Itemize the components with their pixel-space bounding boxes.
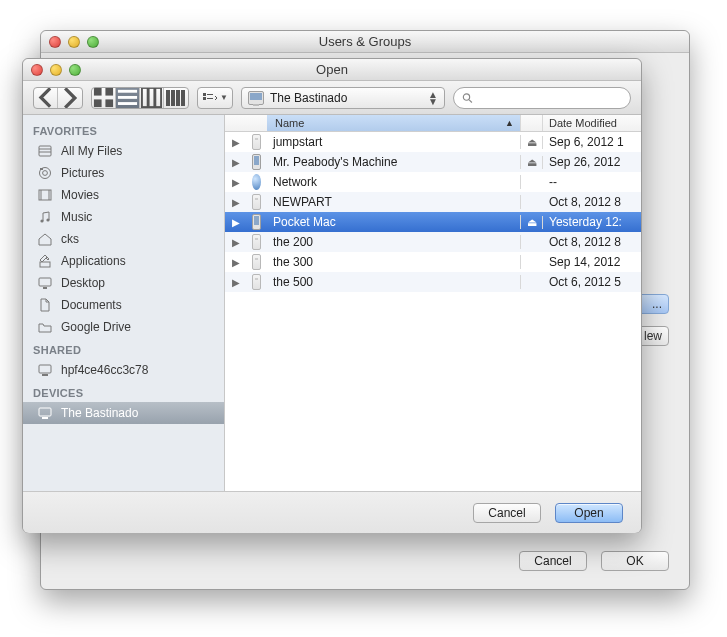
- users-groups-ok-button[interactable]: OK: [601, 551, 669, 571]
- file-name: Network: [267, 175, 521, 189]
- file-row[interactable]: ▶Network--: [225, 172, 641, 192]
- svg-rect-0: [94, 88, 102, 96]
- minimize-icon[interactable]: [50, 64, 62, 76]
- file-name: Mr. Peabody's Machine: [267, 155, 521, 169]
- open-dialog-footer: Cancel Open: [23, 491, 641, 533]
- movies-icon: [37, 187, 53, 203]
- zoom-icon[interactable]: [69, 64, 81, 76]
- column-date-label: Date Modified: [549, 117, 617, 129]
- sidebar-item-applications[interactable]: Applications: [23, 250, 224, 272]
- column-date-header[interactable]: Date Modified: [543, 115, 641, 131]
- sidebar-item-label: Movies: [61, 188, 99, 202]
- location-label: The Bastinado: [270, 91, 347, 105]
- file-icon: [246, 174, 267, 190]
- file-name: NEWPART: [267, 195, 521, 209]
- all-icon: [37, 143, 53, 159]
- svg-rect-12: [176, 90, 180, 106]
- traffic-lights: [31, 64, 81, 76]
- sidebar-item-music[interactable]: Music: [23, 206, 224, 228]
- sidebar-item-all-my-files[interactable]: All My Files: [23, 140, 224, 162]
- arrange-segment: ▼: [197, 87, 233, 109]
- sidebar-item-label: Music: [61, 210, 92, 224]
- sidebar-item-label: Desktop: [61, 276, 105, 290]
- file-icon: [246, 234, 267, 250]
- view-icons-button[interactable]: [92, 88, 116, 108]
- view-columns-button[interactable]: [140, 88, 164, 108]
- open-toolbar: ▼ The Bastinado ▲▼: [23, 81, 641, 115]
- disclosure-triangle-icon[interactable]: ▶: [225, 257, 246, 268]
- svg-rect-2: [94, 99, 102, 107]
- disclosure-triangle-icon[interactable]: ▶: [225, 217, 246, 228]
- file-name: jumpstart: [267, 135, 521, 149]
- file-list: Name ▲ Date Modified ▶jumpstart⏏Sep 6, 2…: [225, 115, 641, 491]
- disclosure-triangle-icon[interactable]: ▶: [225, 277, 246, 288]
- search-field[interactable]: [453, 87, 631, 109]
- users-groups-cancel-button[interactable]: Cancel: [519, 551, 587, 571]
- file-date: Yesterday 12:: [543, 215, 641, 229]
- file-icon: [246, 214, 267, 230]
- sidebar-item-desktop[interactable]: Desktop: [23, 272, 224, 294]
- list-header: Name ▲ Date Modified: [225, 115, 641, 132]
- column-expand[interactable]: [225, 115, 246, 131]
- sidebar-item-movies[interactable]: Movies: [23, 184, 224, 206]
- sidebar-item-cks[interactable]: cks: [23, 228, 224, 250]
- view-coverflow-button[interactable]: [164, 88, 188, 108]
- sidebar-item-the-bastinado[interactable]: The Bastinado: [23, 402, 224, 424]
- column-name-header[interactable]: Name ▲: [267, 115, 521, 131]
- arrange-button[interactable]: ▼: [198, 88, 232, 108]
- disclosure-triangle-icon[interactable]: ▶: [225, 137, 246, 148]
- svg-rect-9: [155, 88, 161, 107]
- file-date: Sep 14, 2012: [543, 255, 641, 269]
- view-segment: [91, 87, 189, 109]
- column-icon: [246, 115, 267, 131]
- svg-rect-17: [207, 98, 213, 99]
- file-name: Pocket Mac: [267, 215, 521, 229]
- sidebar-item-label: Applications: [61, 254, 126, 268]
- sidebar-item-google-drive[interactable]: Google Drive: [23, 316, 224, 338]
- sidebar-heading-favorites: FAVORITES: [23, 119, 224, 140]
- search-input[interactable]: [478, 90, 622, 106]
- eject-icon[interactable]: ⏏: [521, 136, 543, 149]
- cancel-button[interactable]: Cancel: [473, 503, 541, 523]
- file-row[interactable]: ▶the 500Oct 6, 2012 5: [225, 272, 641, 292]
- file-name: the 500: [267, 275, 521, 289]
- close-icon[interactable]: [31, 64, 43, 76]
- sidebar-item-documents[interactable]: Documents: [23, 294, 224, 316]
- monitor-icon: [37, 362, 53, 378]
- svg-rect-7: [142, 88, 148, 107]
- zoom-icon[interactable]: [87, 36, 99, 48]
- file-row[interactable]: ▶jumpstart⏏Sep 6, 2012 1: [225, 132, 641, 152]
- open-dialog-titlebar[interactable]: Open: [23, 59, 641, 81]
- svg-rect-15: [203, 97, 206, 100]
- sidebar-item-pictures[interactable]: Pictures: [23, 162, 224, 184]
- users-groups-titlebar[interactable]: Users & Groups: [41, 31, 689, 53]
- svg-point-18: [463, 93, 469, 99]
- eject-icon[interactable]: ⏏: [521, 216, 543, 229]
- disclosure-triangle-icon[interactable]: ▶: [225, 177, 246, 188]
- file-row[interactable]: ▶Mr. Peabody's Machine⏏Sep 26, 2012: [225, 152, 641, 172]
- disclosure-triangle-icon[interactable]: ▶: [225, 157, 246, 168]
- minimize-icon[interactable]: [68, 36, 80, 48]
- file-row[interactable]: ▶NEWPARTOct 8, 2012 8: [225, 192, 641, 212]
- docs-icon: [37, 297, 53, 313]
- pictures-icon: [37, 165, 53, 181]
- file-row[interactable]: ▶the 300Sep 14, 2012: [225, 252, 641, 272]
- apps-icon: [37, 253, 53, 269]
- sidebar-item-label: cks: [61, 232, 79, 246]
- disclosure-triangle-icon[interactable]: ▶: [225, 197, 246, 208]
- nav-back-button[interactable]: [34, 88, 58, 108]
- file-row[interactable]: ▶Pocket Mac⏏Yesterday 12:: [225, 212, 641, 232]
- eject-icon[interactable]: ⏏: [521, 156, 543, 169]
- nav-forward-button[interactable]: [58, 88, 82, 108]
- svg-rect-6: [118, 102, 137, 105]
- sidebar-item-hpf4ce46cc3c78[interactable]: hpf4ce46cc3c78: [23, 359, 224, 381]
- nav-segment: [33, 87, 83, 109]
- file-row[interactable]: ▶the 200Oct 8, 2012 8: [225, 232, 641, 252]
- view-list-button[interactable]: [116, 88, 140, 108]
- open-button[interactable]: Open: [555, 503, 623, 523]
- location-popup[interactable]: The Bastinado ▲▼: [241, 87, 445, 109]
- disclosure-triangle-icon[interactable]: ▶: [225, 237, 246, 248]
- svg-line-19: [469, 99, 472, 102]
- traffic-lights: [49, 36, 99, 48]
- close-icon[interactable]: [49, 36, 61, 48]
